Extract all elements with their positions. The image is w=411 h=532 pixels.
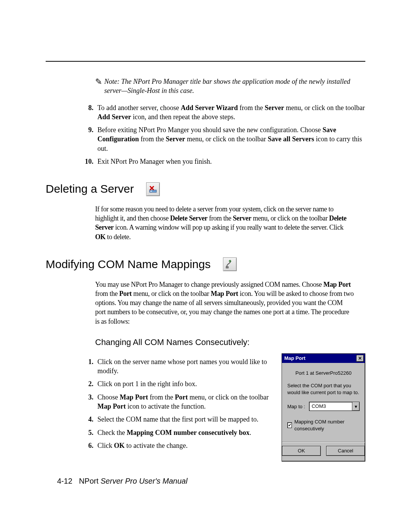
- dialog-close-button[interactable]: ✕: [356, 355, 364, 362]
- dropdown-button[interactable]: ▾: [352, 402, 359, 411]
- mapto-row: Map to : COM3 ▾: [287, 402, 360, 411]
- chevron-down-icon: ▾: [355, 403, 357, 410]
- ok-button[interactable]: OK: [282, 446, 321, 456]
- modifying-paragraph: You may use NPort Pro Manager to change …: [95, 280, 354, 326]
- list-item: Exit NPort Pro Manager when you finish.: [95, 157, 365, 166]
- dialog-titlebar: Map Port ✕: [282, 354, 365, 363]
- list-item: Choose Map Port from the Port menu, or c…: [95, 393, 270, 411]
- dialog-buttons: OK Cancel: [282, 442, 365, 461]
- section-row-deleting: Deleting a Server: [46, 181, 365, 197]
- page-number: 4-12: [57, 477, 72, 485]
- note-block: ✎ Note: The NPort Pro Manager title bar …: [95, 77, 365, 96]
- consecutive-checkbox[interactable]: ✔: [287, 422, 292, 428]
- footer-title-prefix: NPort: [79, 477, 101, 485]
- list-item: Click OK to activate the change.: [95, 441, 270, 450]
- note-hand-icon: ✎: [95, 78, 102, 86]
- note-body: The NPort Pro Manager title bar shows th…: [104, 78, 350, 94]
- content-area: ✎ Note: The NPort Pro Manager title bar …: [72, 77, 365, 462]
- consecutive-checkbox-row: ✔ Mapping COM number consecutively: [287, 419, 360, 432]
- note-prefix: Note:: [104, 78, 119, 85]
- check-icon: ✔: [288, 423, 292, 427]
- delete-server-icon: [146, 182, 160, 196]
- list-item: To add another server, choose Add Server…: [95, 103, 365, 122]
- mapto-label: Map to :: [287, 403, 305, 410]
- top-ordered-list: To add another server, choose Add Server…: [84, 103, 365, 166]
- cancel-button[interactable]: Cancel: [326, 446, 365, 456]
- dialog-title-text: Map Port: [284, 355, 306, 362]
- dialog-instruction: Select the COM port that you would like …: [287, 382, 360, 396]
- dialog-port-line: Port 1 at ServerPro52260: [287, 370, 360, 377]
- heading-modifying: Modifying COM Name Mappings: [46, 257, 211, 272]
- list-item: Click on port 1 in the right info box.: [95, 379, 270, 388]
- svg-rect-4: [226, 267, 228, 268]
- note-text: Note: The NPort Pro Manager title bar sh…: [104, 77, 362, 96]
- map-port-icon: [223, 257, 237, 271]
- svg-marker-5: [228, 260, 231, 262]
- list-item: Before exiting NPort Pro Manger you shou…: [95, 125, 365, 153]
- section-row-modifying: Modifying COM Name Mappings: [46, 257, 365, 272]
- map-port-dialog: Map Port ✕ Port 1 at ServerPro52260 Sele…: [282, 353, 365, 462]
- list-item: Check the Mapping COM number consecutive…: [95, 428, 270, 437]
- two-column: Click on the server name whose port name…: [84, 353, 365, 462]
- footer-title-rest: Server Pro User's Manual: [100, 477, 187, 485]
- page-footer: 4-12 NPort Server Pro User's Manual: [57, 476, 188, 486]
- deleting-paragraph: If for some reason you need to delete a …: [95, 204, 354, 241]
- top-rule: [46, 61, 365, 62]
- left-column: Click on the server name whose port name…: [84, 353, 270, 454]
- close-icon: ✕: [358, 356, 362, 361]
- list-item: Select the COM name that the first port …: [95, 415, 270, 424]
- page: ✎ Note: The NPort Pro Manager title bar …: [0, 0, 411, 532]
- list-item: Click on the server name whose port name…: [95, 357, 270, 376]
- svg-rect-1: [150, 191, 152, 192]
- dialog-body: Port 1 at ServerPro52260 Select the COM …: [282, 363, 365, 442]
- heading-deleting: Deleting a Server: [46, 181, 134, 197]
- consecutive-checkbox-label: Mapping COM number consecutively: [294, 419, 360, 432]
- heading-changing: Changing All COM Names Consecutively:: [95, 337, 365, 348]
- mapto-select[interactable]: COM3 ▾: [309, 402, 360, 411]
- changing-list: Click on the server name whose port name…: [84, 357, 270, 450]
- mapto-value: COM3: [309, 402, 352, 411]
